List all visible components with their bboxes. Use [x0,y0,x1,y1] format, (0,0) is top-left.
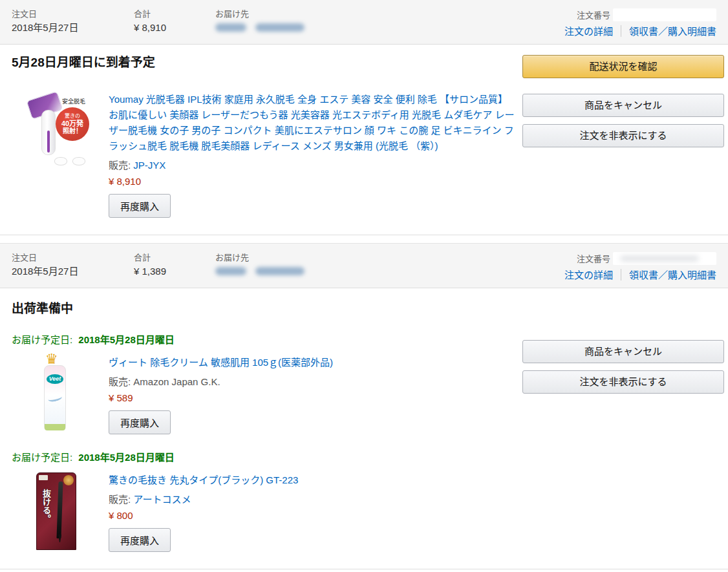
image-badge-40man: 驚きの 40万発 照射！ [56,107,89,141]
delivery-estimate-label: お届け予定日: [12,334,72,345]
seller-label: 販売: [109,160,131,171]
ship-to-label: お届け先 [215,252,503,263]
product-row: 安全脱毛 驚きの 40万発 照射！ Youmay 光脱毛器 IPL技術 家庭用 … [12,92,515,218]
product-image[interactable]: ♛ Veet [27,355,98,434]
order-card-2: 注文日 2018年5月27日 合計 ¥ 1,389 お届け先 注文番号 注文の詳… [0,243,728,569]
product-title-link[interactable]: 驚きの毛抜き 先丸タイプ(ブラック) GT-223 [109,472,515,488]
order-1-header: 注文日 2018年5月27日 合計 ¥ 8,910 お届け先 注文番号 注文の詳… [0,0,728,45]
ship-to-column: お届け先 [215,8,503,32]
hide-order-button[interactable]: 注文を非表示にする [522,124,724,147]
product-row: 抜ける。 驚きの毛抜き 先丸タイプ(ブラック) GT-223 販売: アートコス… [12,472,515,552]
order-item: お届け予定日: 2018年5月28日月曜日 ♛ Veet [12,332,515,434]
redacted-blob [215,267,246,275]
order-date-label: 注文日 [12,252,134,263]
order-total-column: 合計 ¥ 8,910 [134,8,215,34]
ship-to-column: お届け先 [215,252,503,275]
order-number-label: 注文番号 [577,10,610,21]
seller-link[interactable]: アートコスメ [133,494,191,505]
product-title-link[interactable]: ヴィート 除毛クリーム 敏感肌用 105ｇ(医薬部外品) [109,355,515,370]
buy-again-button[interactable]: 再度購入 [109,194,171,218]
buy-again-button[interactable]: 再度購入 [109,410,171,434]
seller-link[interactable]: JP-JYX [133,160,166,171]
redacted-blob [255,23,305,32]
hide-order-button[interactable]: 注文を非表示にする [522,370,724,394]
ship-to-label: お届け先 [215,8,503,19]
product-image[interactable]: 安全脱毛 驚きの 40万発 照射！ [27,92,98,218]
product-image[interactable]: 抜ける。 [27,472,98,552]
delivery-status-heading: 5月28日月曜日に到着予定 [12,55,515,70]
order-2-header: 注文日 2018年5月27日 合計 ¥ 1,389 お届け先 注文番号 注文の詳… [0,244,728,288]
order-total-value: ¥ 8,910 [134,21,215,34]
link-divider [621,25,621,37]
order-date-value: 2018年5月27日 [12,21,134,34]
buy-again-button[interactable]: 再度購入 [109,528,171,552]
cancel-item-button[interactable]: 商品をキャンセル [522,340,724,363]
ipl-attachment-cup [72,157,85,165]
image-text-safe: 安全脱毛 [62,97,85,105]
item-price: ¥ 800 [109,510,515,521]
order-2-actions: 商品をキャンセル 注文を非表示にする [522,340,724,552]
order-card-1: 注文日 2018年5月27日 合計 ¥ 8,910 お届け先 注文番号 注文の詳… [0,0,728,235]
ipl-device-image: 安全脱毛 驚きの 40万発 照射！ [27,92,89,168]
order-total-column: 合計 ¥ 1,389 [134,252,215,278]
tweezers-package-text: 抜ける。 [40,489,52,523]
order-number-column: 注文番号 注文の詳細 領収書／購入明細書 [503,8,716,37]
order-details-link[interactable]: 注文の詳細 [564,24,613,37]
item-price: ¥ 589 [109,392,515,403]
link-divider [621,269,621,281]
receipt-link[interactable]: 領収書／購入明細書 [629,268,716,281]
tweezers-tag [39,475,48,480]
order-number-redacted [613,8,716,21]
veet-cream-image: ♛ Veet [36,355,78,431]
order-details-link[interactable]: 注文の詳細 [564,268,613,281]
tweezers-image: 抜ける。 [36,472,76,550]
item-price: ¥ 8,910 [109,176,515,187]
redacted-blob [215,23,246,32]
seller-label: 販売: [109,376,131,387]
order-item: お届け予定日: 2018年5月28日月曜日 抜ける。 [12,450,515,552]
order-date-column: 注文日 2018年5月27日 [12,252,134,278]
delivery-estimate-date: 2018年5月28日月曜日 [78,334,174,345]
shipment-status-heading: 出荷準備中 [12,301,515,317]
delivery-estimate-row: お届け予定日: 2018年5月28日月曜日 [12,332,515,346]
ipl-attachment-cup [54,157,67,165]
seller-name: Amazon Japan G.K. [133,376,220,387]
delivery-estimate-row: お届け予定日: 2018年5月28日月曜日 [12,450,515,463]
delivery-estimate-date: 2018年5月28日月曜日 [78,452,174,463]
cancel-item-button[interactable]: 商品をキャンセル [522,94,724,117]
order-date-value: 2018年5月27日 [12,264,134,278]
order-1-body: 5月28日月曜日に到着予定 安全脱毛 驚きの 40万発 照射！ [0,45,728,235]
product-row: ♛ Veet ヴィート 除毛クリーム 敏感肌用 105ｇ(医薬部外品) 販売: … [12,355,515,434]
receipt-link[interactable]: 領収書／購入明細書 [629,24,716,37]
tweezers-sparkle [63,475,74,485]
redacted-blob [255,267,305,275]
order-1-actions: 配送状況を確認 商品をキャンセル 注文を非表示にする [522,55,724,218]
delivery-estimate-label: お届け予定日: [12,452,72,463]
veet-logo: Veet [47,374,63,384]
order-total-label: 合計 [134,8,215,19]
ship-to-name-redacted [215,23,503,32]
order-2-body: 出荷準備中 お届け予定日: 2018年5月28日月曜日 ♛ Veet [0,288,728,569]
order-number-redacted [613,252,716,265]
order-date-label: 注文日 [12,8,134,19]
ipl-stripe-shape [47,131,50,153]
ship-to-name-redacted [215,267,503,275]
order-total-label: 合計 [134,252,215,263]
order-number-column: 注文番号 注文の詳細 領収書／購入明細書 [503,252,716,281]
track-package-button[interactable]: 配送状況を確認 [522,55,724,78]
order-total-value: ¥ 1,389 [134,264,215,278]
veet-green-band [45,424,65,430]
product-title-link[interactable]: Youmay 光脱毛器 IPL技術 家庭用 永久脱毛 全身 エステ 美容 安全 … [109,92,515,154]
order-number-label: 注文番号 [577,253,610,264]
seller-label: 販売: [109,494,131,505]
order-date-column: 注文日 2018年5月27日 [12,8,134,34]
